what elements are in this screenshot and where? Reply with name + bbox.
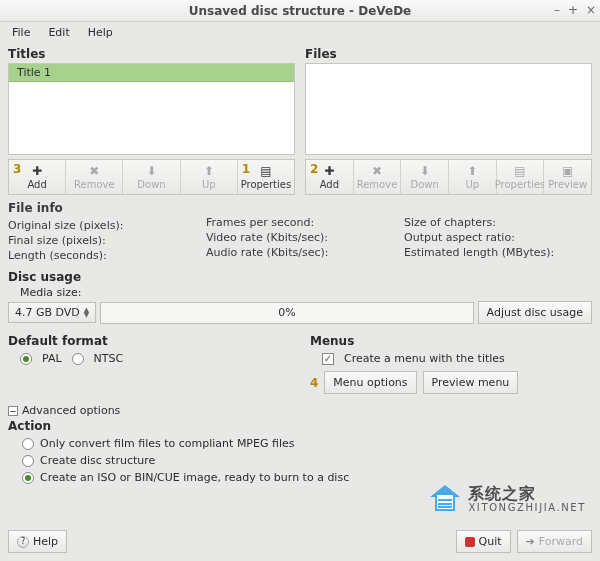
info-est-length: Estimated length (MBytes): (404, 246, 592, 259)
button-label: Adjust disc usage (487, 306, 583, 319)
button-label: Remove (357, 179, 398, 190)
files-toolbar: 2 ✚ Add ✖ Remove ⬇ Down ⬆ Up ▤ (305, 159, 592, 195)
files-down-button[interactable]: ⬇ Down (401, 160, 449, 194)
forward-button[interactable]: ➔ Forward (517, 530, 592, 553)
button-label: Add (320, 179, 339, 190)
adjust-disc-usage-button[interactable]: Adjust disc usage (478, 301, 592, 324)
files-remove-button[interactable]: ✖ Remove (354, 160, 402, 194)
arrow-down-icon: ⬇ (418, 164, 432, 178)
arrow-up-icon: ⬆ (465, 164, 479, 178)
button-label: Add (27, 179, 46, 190)
media-size-combo[interactable]: 4.7 GB DVD ▲▼ (8, 302, 96, 323)
files-up-button[interactable]: ⬆ Up (449, 160, 497, 194)
button-label: Quit (479, 535, 502, 548)
minimize-button[interactable]: – (554, 3, 560, 17)
quit-button[interactable]: Quit (456, 530, 511, 553)
maximize-button[interactable]: + (568, 3, 578, 17)
expander-label: Advanced options (22, 404, 120, 417)
titles-listbox[interactable]: Title 1 (8, 63, 295, 155)
radio-action-iso-label: Create an ISO or BIN/CUE image, ready to… (40, 471, 349, 484)
properties-icon: ▤ (259, 164, 273, 178)
spin-arrows-icon: ▲▼ (84, 308, 89, 318)
titles-remove-button[interactable]: ✖ Remove (66, 160, 123, 194)
close-button[interactable]: × (586, 3, 596, 17)
radio-action-structure-label: Create disc structure (40, 454, 155, 467)
menu-file[interactable]: File (4, 24, 38, 41)
files-add-button[interactable]: 2 ✚ Add (306, 160, 354, 194)
titles-toolbar: 3 ✚ Add ✖ Remove ⬇ Down ⬆ Up 1 (8, 159, 295, 195)
button-label: Help (33, 535, 58, 548)
files-preview-button[interactable]: ▣ Preview (544, 160, 591, 194)
info-aspect-ratio: Output aspect ratio: (404, 231, 592, 244)
info-original-size: Original size (pixels): (8, 219, 196, 232)
properties-icon: ▤ (513, 164, 527, 178)
badge: 3 (13, 162, 21, 176)
button-label: Preview (548, 179, 587, 190)
info-chapters-size: Size of chapters: (404, 216, 592, 229)
quit-icon (465, 537, 475, 547)
radio-action-convert[interactable] (22, 438, 34, 450)
plus-icon: ✚ (322, 164, 336, 178)
radio-pal-label: PAL (42, 352, 62, 365)
titles-properties-button[interactable]: 1 ▤ Properties (238, 160, 294, 194)
window-title: Unsaved disc structure - DeVeDe (189, 4, 412, 18)
info-fps: Frames per second: (206, 216, 394, 229)
help-icon: ? (17, 536, 29, 548)
watermark-text-url: XITONGZHIJIA.NET (468, 503, 586, 514)
radio-ntsc[interactable] (72, 353, 84, 365)
watermark: 系统之家 XITONGZHIJIA.NET (428, 485, 586, 515)
radio-action-iso[interactable] (22, 472, 34, 484)
media-size-label: Media size: (8, 286, 592, 299)
checkbox-create-menu-label: Create a menu with the titles (344, 352, 505, 365)
files-panel: Files 2 ✚ Add ✖ Remove ⬇ Down ⬆ U (305, 47, 592, 195)
menu-edit[interactable]: Edit (40, 24, 77, 41)
checkbox-create-menu[interactable] (322, 353, 334, 365)
button-label: Down (137, 179, 165, 190)
minus-icon: − (8, 406, 18, 416)
info-length: Length (seconds): (8, 249, 196, 262)
info-final-size: Final size (pixels): (8, 234, 196, 247)
list-item[interactable]: Title 1 (9, 64, 294, 82)
titles-add-button[interactable]: 3 ✚ Add (9, 160, 66, 194)
preview-icon: ▣ (561, 164, 575, 178)
radio-action-convert-label: Only convert film files to compliant MPE… (40, 437, 294, 450)
button-label: Up (466, 179, 480, 190)
button-label: Menu options (333, 376, 407, 389)
button-label: Properties (241, 179, 292, 190)
radio-action-structure[interactable] (22, 455, 34, 467)
titles-panel: Titles Title 1 3 ✚ Add ✖ Remove ⬇ Down (8, 47, 295, 195)
arrow-right-icon: ➔ (526, 535, 535, 548)
watermark-text-cn: 系统之家 (468, 486, 586, 503)
arrow-up-icon: ⬆ (202, 164, 216, 178)
info-audio-rate: Audio rate (Kbits/sec): (206, 246, 394, 259)
radio-ntsc-label: NTSC (94, 352, 124, 365)
plus-icon: ✚ (30, 164, 44, 178)
disc-usage-progress: 0% (100, 302, 473, 324)
advanced-options-expander[interactable]: − Advanced options (8, 404, 592, 417)
menu-options-button[interactable]: Menu options (324, 371, 416, 394)
titles-up-button[interactable]: ⬆ Up (181, 160, 238, 194)
progress-text: 0% (278, 306, 295, 319)
bottom-bar: ? Help Quit ➔ Forward (8, 530, 592, 553)
button-label: Up (202, 179, 216, 190)
button-label: Down (411, 179, 439, 190)
button-label: Remove (74, 179, 115, 190)
arrow-down-icon: ⬇ (145, 164, 159, 178)
help-button[interactable]: ? Help (8, 530, 67, 553)
menubar: File Edit Help (0, 22, 600, 43)
files-label: Files (305, 47, 592, 61)
preview-menu-button[interactable]: Preview menu (423, 371, 519, 394)
titles-label: Titles (8, 47, 295, 61)
default-format-heading: Default format (8, 334, 290, 348)
menu-help[interactable]: Help (80, 24, 121, 41)
files-listbox[interactable] (305, 63, 592, 155)
titles-down-button[interactable]: ⬇ Down (123, 160, 180, 194)
files-properties-button[interactable]: ▤ Properties (497, 160, 545, 194)
action-heading: Action (8, 419, 592, 433)
house-logo-icon (428, 485, 462, 515)
info-video-rate: Video rate (Kbits/sec): (206, 231, 394, 244)
button-label: Preview menu (432, 376, 510, 389)
cross-icon: ✖ (370, 164, 384, 178)
button-label: Properties (495, 179, 546, 190)
radio-pal[interactable] (20, 353, 32, 365)
